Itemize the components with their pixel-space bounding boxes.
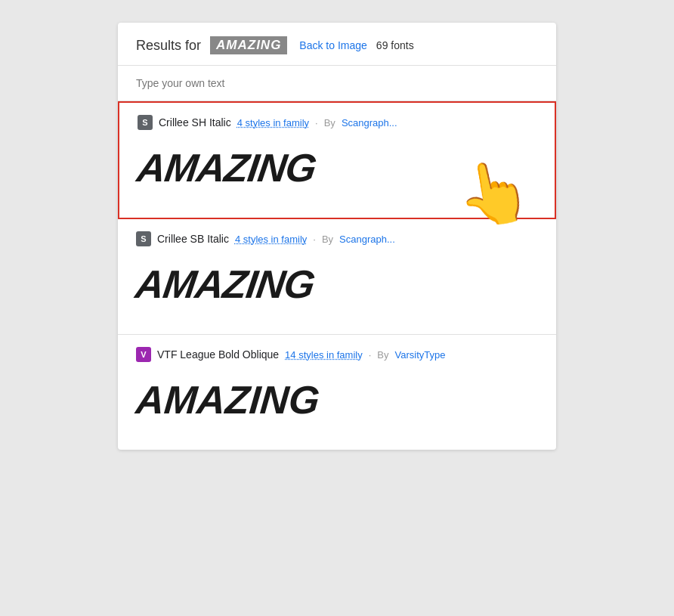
font-result-vtf[interactable]: V VTF League Bold Oblique 14 styles in f… [118,335,556,450]
dot-sep-3: · [369,349,372,361]
type-own-text-input[interactable] [136,77,538,89]
by-label-3: By [377,349,388,361]
font-meta-crillee-sh: S Crillee SH Italic 4 styles in family ·… [138,115,536,130]
preview-wrapper-1: AMAZING [138,139,536,200]
styles-link-crillee-sb[interactable]: 4 styles in family [235,234,307,245]
foundry-link-scangraph-2[interactable]: Scangraph... [339,234,395,245]
font-result-crillee-sh[interactable]: S Crillee SH Italic 4 styles in family ·… [118,101,556,219]
font-result-crillee-sb[interactable]: S Crillee SB Italic 4 styles in family ·… [118,219,556,335]
preview-text-crillee-sb: AMAZING [133,263,317,306]
foundry-link-scangraph-1[interactable]: Scangraph... [342,117,397,128]
dot-sep-1: · [315,117,318,128]
back-to-image-link[interactable]: Back to Image [299,39,367,51]
results-header: Results for AMAZING Back to Image 69 fon… [118,23,556,66]
font-name-crillee-sh: Crillee SH Italic [159,116,231,128]
font-name-crillee-sb: Crillee SB Italic [157,233,229,245]
preview-text-vtf: AMAZING [134,379,321,422]
preview-wrapper-3: AMAZING [136,371,538,432]
font-name-vtf: VTF League Bold Oblique [157,348,279,361]
preview-text-crillee-sh: AMAZING [134,147,319,190]
type-own-text-bar [118,66,556,101]
font-icon-v: V [136,347,151,362]
font-meta-vtf: V VTF League Bold Oblique 14 styles in f… [136,347,538,362]
amazing-badge: AMAZING [210,36,287,54]
font-icon-s: S [138,115,153,130]
styles-link-crillee-sh[interactable]: 4 styles in family [237,117,309,128]
styles-link-vtf[interactable]: 14 styles in family [285,349,363,361]
by-label-2: By [322,234,333,245]
fonts-count: 69 fonts [376,39,414,51]
preview-wrapper-2: AMAZING [136,255,538,316]
font-icon-s-2: S [136,231,151,246]
font-meta-crillee-sb: S Crillee SB Italic 4 styles in family ·… [136,231,538,246]
results-for-label: Results for [136,38,201,54]
main-container: Results for AMAZING Back to Image 69 fon… [118,23,556,450]
dot-sep-2: · [313,234,316,245]
foundry-link-varsity[interactable]: VarsityType [395,349,446,361]
by-label-1: By [324,117,335,128]
